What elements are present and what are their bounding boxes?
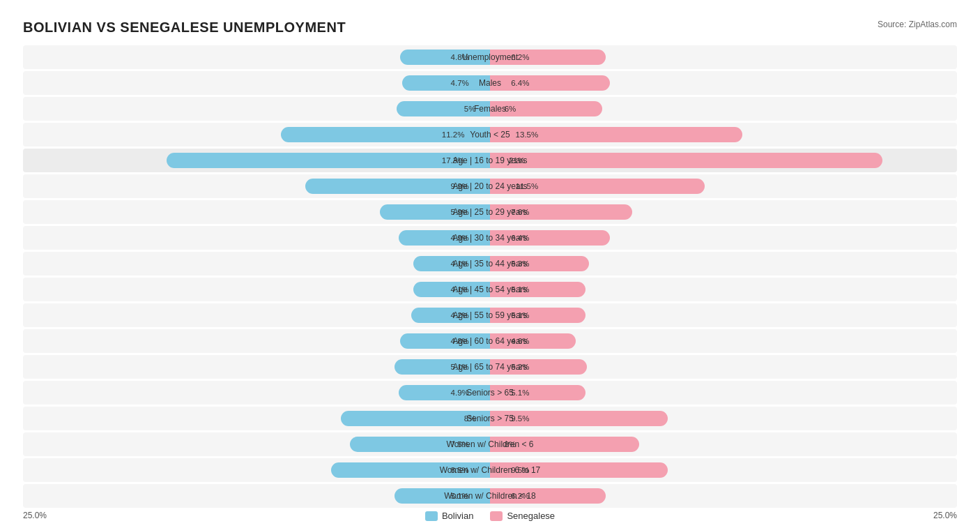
legend-box-senegalese (490, 511, 503, 521)
value-left: 7.5% (451, 440, 469, 448)
bar-left (395, 359, 490, 375)
bar-right (490, 385, 585, 400)
bars-area: 4.1%5.1%Age | 45 to 54 years (23, 280, 957, 299)
value-right: 9.5% (511, 414, 529, 423)
bars-area: 5.1%5.2%Age | 65 to 74 years (23, 358, 957, 376)
axis-label-left: 25.0% (23, 511, 65, 521)
legend-label-senegalese: Senegalese (507, 511, 555, 521)
value-right: 5.3% (511, 259, 529, 268)
bar-row: 5.1%6.2%Women w/ Children < 18 (23, 484, 957, 508)
bar-right (490, 308, 585, 323)
bar-row: 5.1%5.2%Age | 65 to 74 years (23, 355, 957, 379)
value-left: 4.9% (451, 234, 469, 242)
chart-container: BOLIVIAN VS SENEGALESE UNEMPLOYMENT Sour… (9, 13, 971, 528)
value-right: 6.4% (511, 79, 529, 87)
value-left: 8% (464, 414, 476, 423)
bar-right (490, 359, 587, 375)
value-left: 5.1% (451, 492, 469, 500)
value-right: 5.1% (511, 389, 529, 397)
bars-area: 5.1%6.2%Women w/ Children < 18 (23, 487, 957, 505)
value-left: 4.1% (451, 259, 469, 268)
chart-source: Source: ZipAtlas.com (878, 20, 957, 29)
bar-row: 5.9%7.6%Age | 25 to 29 years (23, 200, 957, 224)
chart-body: 4.8%6.2%Unemployment4.7%6.4%Males5%6%Fem… (23, 45, 957, 508)
value-left: 5.9% (451, 208, 469, 216)
bar-row: 8%9.5%Seniors > 75 (23, 407, 957, 430)
value-right: 5.1% (511, 285, 529, 294)
bar-left (400, 50, 490, 65)
value-left: 4.9% (451, 389, 469, 397)
bars-area: 5.9%7.6%Age | 25 to 29 years (23, 203, 957, 221)
bars-area: 4.2%5.1%Age | 55 to 59 years (23, 306, 957, 324)
bar-row: 4.1%5.3%Age | 35 to 44 years (23, 252, 957, 276)
value-left: 4.7% (451, 79, 469, 87)
axis-row: 25.0% Bolivian Senegalese 25.0% (23, 511, 957, 521)
bar-right (490, 282, 585, 297)
legend-label-bolivian: Bolivian (442, 511, 474, 521)
value-left: 5% (464, 105, 476, 113)
bar-row: 9.9%11.5%Age | 20 to 24 years (23, 174, 957, 198)
value-right: 6.4% (511, 234, 529, 242)
bars-area: 4.8%6.2%Unemployment (23, 48, 957, 66)
value-right: 9.5% (511, 466, 529, 474)
value-right: 7.6% (511, 208, 529, 216)
value-right: 11.5% (516, 182, 539, 190)
value-left: 4.1% (451, 285, 469, 294)
bar-row: 4.1%5.1%Age | 45 to 54 years (23, 278, 957, 301)
bars-area: 8.5%9.5%Women w/ Children 6 to 17 (23, 461, 957, 479)
bar-right (490, 256, 589, 271)
legend-item-bolivian: Bolivian (425, 511, 474, 521)
value-left: 4.2% (451, 311, 469, 319)
axis-label-right: 25.0% (915, 511, 957, 521)
value-right: 6% (505, 105, 516, 113)
bars-area: 4.9%6.4%Age | 30 to 34 years (23, 229, 957, 247)
value-left: 4.8% (451, 337, 469, 345)
value-left: 9.9% (451, 182, 469, 190)
bar-row: 11.2%13.5%Youth < 25 (23, 123, 957, 146)
value-left: 11.2% (442, 130, 465, 139)
bar-right (490, 333, 576, 349)
bar-row: 4.9%6.4%Age | 30 to 34 years (23, 226, 957, 250)
bars-area: 5%6%Females (23, 100, 957, 118)
bar-left (399, 385, 490, 400)
bar-row: 4.8%4.6%Age | 60 to 64 years (23, 329, 957, 353)
bar-row: 4.8%6.2%Unemployment (23, 45, 957, 69)
bar-right (490, 153, 882, 168)
legend-box-bolivian (425, 511, 438, 521)
bar-left (380, 204, 490, 220)
legend: Bolivian Senegalese (425, 511, 555, 521)
chart-header: BOLIVIAN VS SENEGALESE UNEMPLOYMENT Sour… (23, 20, 957, 36)
bar-left (399, 230, 490, 246)
value-right: 21% (509, 156, 525, 165)
bars-area: 4.7%6.4%Males (23, 74, 957, 92)
bar-left (397, 101, 490, 116)
bars-area: 9.9%11.5%Age | 20 to 24 years (23, 177, 957, 195)
bars-area: 4.8%4.6%Age | 60 to 64 years (23, 332, 957, 350)
bar-right (490, 75, 610, 91)
value-right: 5.2% (511, 363, 529, 371)
bar-left (400, 333, 490, 349)
bar-row: 17.3%21%Age | 16 to 19 years (23, 149, 957, 172)
value-right: 13.5% (516, 130, 539, 139)
bar-left (402, 75, 490, 91)
bar-row: 8.5%9.5%Women w/ Children 6 to 17 (23, 458, 957, 482)
bar-right (490, 488, 606, 504)
bar-left (395, 488, 490, 504)
chart-title: BOLIVIAN VS SENEGALESE UNEMPLOYMENT (23, 20, 346, 36)
bar-right (490, 230, 610, 246)
bars-area: 4.1%5.3%Age | 35 to 44 years (23, 255, 957, 273)
bars-area: 8%9.5%Seniors > 75 (23, 409, 957, 428)
bar-row: 7.5%8%Women w/ Children < 6 (23, 432, 957, 456)
value-left: 5.1% (451, 363, 469, 371)
bar-row: 5%6%Females (23, 97, 957, 121)
bar-right (490, 50, 606, 65)
bar-row: 4.7%6.4%Males (23, 71, 957, 95)
value-left: 8.5% (451, 466, 469, 474)
value-right: 8% (505, 440, 516, 448)
value-right: 5.1% (511, 311, 529, 319)
bar-row: 4.2%5.1%Age | 55 to 59 years (23, 303, 957, 327)
value-left: 17.3% (442, 156, 465, 165)
bars-area: 4.9%5.1%Seniors > 65 (23, 384, 957, 402)
bar-row: 4.9%5.1%Seniors > 65 (23, 381, 957, 405)
value-right: 6.2% (511, 53, 529, 61)
